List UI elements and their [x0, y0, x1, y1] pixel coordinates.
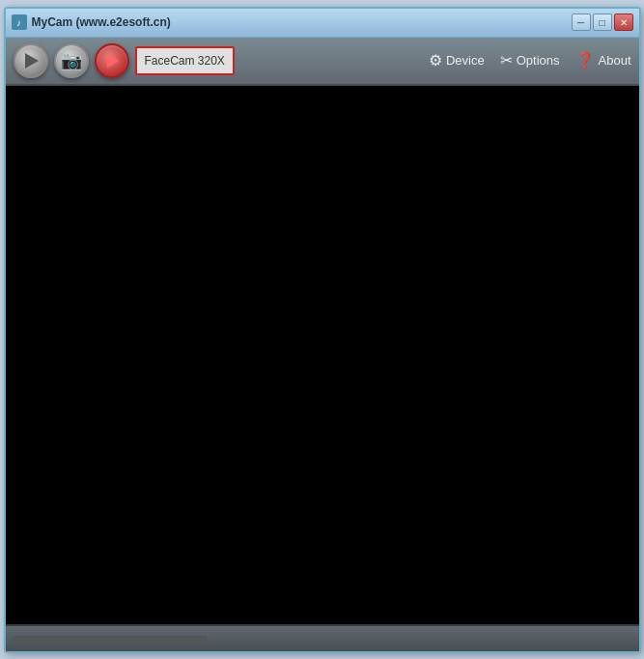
- toolbar-menu: ⚙ Device ✂ Options ❓ About: [429, 51, 631, 69]
- options-menu-item[interactable]: ✂ Options: [500, 51, 560, 69]
- device-icon: ⚙: [429, 51, 442, 69]
- title-bar-left: ♪ MyCam (www.e2esoft.cn): [12, 14, 171, 30]
- window-title: MyCam (www.e2esoft.cn): [32, 15, 171, 29]
- close-button[interactable]: ✕: [614, 14, 633, 31]
- device-menu-item[interactable]: ⚙ Device: [429, 51, 485, 69]
- device-menu-label: Device: [446, 53, 485, 68]
- camera-icon: 📷: [61, 50, 82, 71]
- record-icon: [107, 54, 119, 68]
- about-icon: ❓: [575, 51, 595, 69]
- toolbar: 📷 FaceCam 320X ⚙ Device ✂ Options ❓ Abou…: [6, 38, 639, 86]
- camera-button[interactable]: 📷: [54, 43, 89, 78]
- window-controls: ─ □ ✕: [572, 14, 633, 31]
- status-slider[interactable]: [14, 636, 207, 642]
- about-menu-label: About: [599, 53, 631, 68]
- video-preview-area: [6, 86, 639, 624]
- title-bar: ♪ MyCam (www.e2esoft.cn) ─ □ ✕: [6, 9, 639, 38]
- device-selector-value: FaceCam 320X: [145, 54, 225, 68]
- play-icon: [25, 53, 39, 69]
- about-menu-item[interactable]: ❓ About: [575, 51, 631, 69]
- minimize-button[interactable]: ─: [572, 14, 591, 31]
- device-selector[interactable]: FaceCam 320X: [135, 46, 235, 75]
- main-window: ♪ MyCam (www.e2esoft.cn) ─ □ ✕ 📷: [4, 7, 641, 653]
- options-icon: ✂: [500, 51, 513, 69]
- app-icon: ♪: [12, 14, 27, 30]
- record-button[interactable]: [95, 43, 129, 78]
- restore-button[interactable]: □: [593, 14, 612, 31]
- options-menu-label: Options: [517, 53, 560, 68]
- play-button[interactable]: [14, 43, 48, 78]
- status-bar: [6, 624, 639, 651]
- status-slider-track: [14, 636, 207, 642]
